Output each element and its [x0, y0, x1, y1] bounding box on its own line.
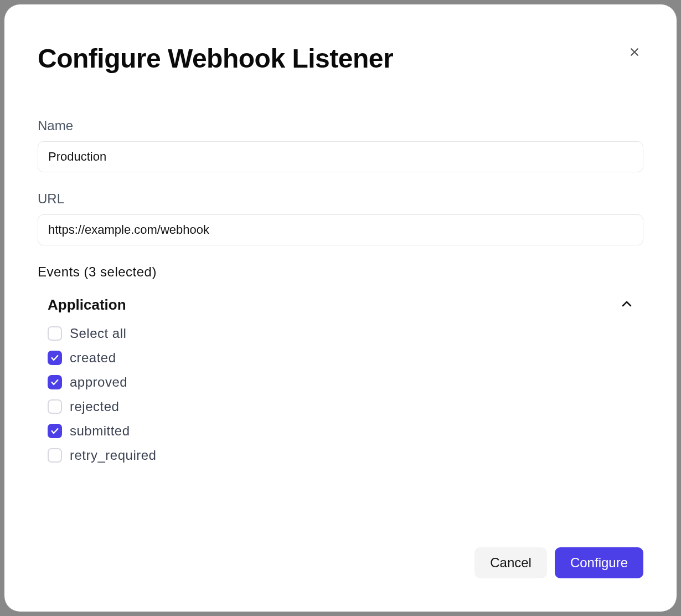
configure-button[interactable]: Configure: [555, 547, 643, 578]
dialog-title: Configure Webhook Listener: [38, 43, 393, 74]
checkbox-retry-required[interactable]: [48, 448, 62, 463]
events-group-title: Application: [48, 296, 126, 314]
dialog-footer: Cancel Configure: [38, 514, 643, 578]
events-section: Events (3 selected) Application Select a…: [38, 264, 643, 463]
cancel-button[interactable]: Cancel: [474, 547, 547, 578]
events-heading: Events (3 selected): [38, 264, 643, 280]
checkbox-created[interactable]: [48, 351, 62, 365]
checkbox-row-submitted[interactable]: submitted: [48, 423, 633, 439]
events-checkbox-list: Select all created approved: [48, 326, 633, 463]
close-icon: [629, 47, 640, 59]
checkbox-label: submitted: [70, 423, 130, 439]
checkbox-rejected[interactable]: [48, 399, 62, 414]
name-field-group: Name: [38, 118, 643, 172]
url-input[interactable]: [38, 214, 643, 245]
dialog-header: Configure Webhook Listener: [38, 43, 643, 74]
checkbox-label: retry_required: [70, 448, 156, 463]
events-accordion-header[interactable]: Application: [48, 292, 633, 326]
checkbox-select-all[interactable]: [48, 326, 62, 341]
checkbox-row-created[interactable]: created: [48, 350, 633, 366]
checkbox-label: Select all: [70, 326, 126, 341]
name-label: Name: [38, 118, 643, 134]
url-label: URL: [38, 191, 643, 207]
checkbox-approved[interactable]: [48, 375, 62, 389]
chevron-up-icon: [620, 297, 633, 313]
checkbox-row-retry-required[interactable]: retry_required: [48, 448, 633, 463]
checkbox-label: approved: [70, 374, 127, 390]
configure-webhook-dialog: Configure Webhook Listener Name URL Even…: [4, 4, 677, 612]
checkbox-row-rejected[interactable]: rejected: [48, 399, 633, 414]
checkbox-label: rejected: [70, 399, 119, 414]
checkbox-row-approved[interactable]: approved: [48, 374, 633, 390]
checkbox-label: created: [70, 350, 116, 366]
close-button[interactable]: [626, 43, 643, 63]
checkbox-submitted[interactable]: [48, 424, 62, 438]
events-accordion: Application Select all: [38, 292, 643, 463]
name-input[interactable]: [38, 141, 643, 172]
url-field-group: URL: [38, 191, 643, 245]
checkbox-row-select-all[interactable]: Select all: [48, 326, 633, 341]
